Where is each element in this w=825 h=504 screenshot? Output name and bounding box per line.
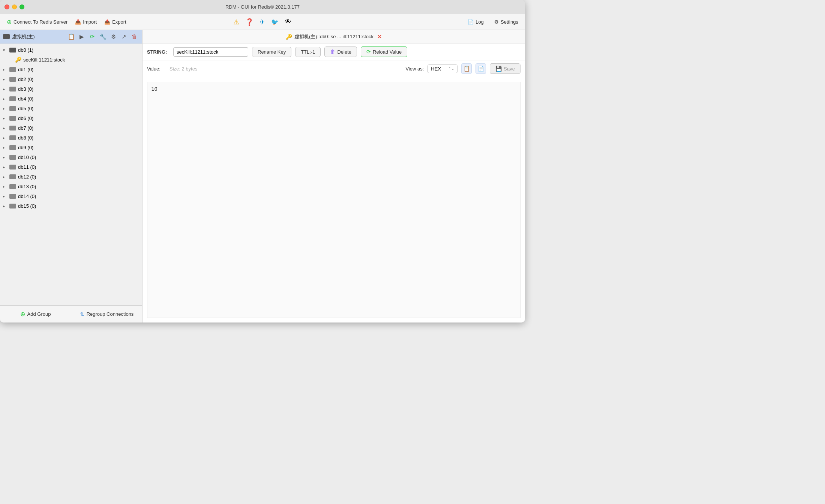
- export-server-button[interactable]: ↗: [119, 32, 129, 42]
- settings-button[interactable]: ⚙ Settings: [491, 18, 521, 26]
- maximize-button[interactable]: [20, 4, 24, 9]
- reload-server-button[interactable]: ⟳: [87, 32, 97, 42]
- telegram-icon[interactable]: ✈: [260, 18, 265, 26]
- value-content-area: 10: [142, 77, 525, 322]
- database-tree: ▾ db0 (1) 🔑 secKill:11211:stock ▸ db1 (0…: [0, 44, 142, 305]
- tree-db2[interactable]: ▸ db2 (0): [0, 74, 142, 84]
- warning-icon[interactable]: ⚠: [233, 18, 239, 26]
- window-title: RDM - GUI for Redis® 2021.3.177: [225, 4, 300, 10]
- view-as-label: View as:: [405, 66, 424, 72]
- key-type-label: STRING:: [147, 49, 170, 55]
- import-button[interactable]: 📥 Import: [72, 18, 100, 26]
- db-icon: [9, 165, 16, 170]
- ttl-button[interactable]: TTL:-1: [295, 47, 321, 57]
- chevron-right-icon: ▸: [3, 155, 8, 159]
- regroup-connections-button[interactable]: ⇅ Regroup Connections: [71, 306, 142, 323]
- chevron-right-icon: ▸: [3, 194, 8, 198]
- content-tab[interactable]: 🔑 虚拟机(主)::db0::se ... ill:11211:stock ✕: [142, 30, 525, 44]
- tree-key-secKill[interactable]: 🔑 secKill:11211:stock: [0, 55, 142, 64]
- close-button[interactable]: [4, 4, 9, 9]
- minimize-button[interactable]: [12, 4, 17, 9]
- log-button[interactable]: 📄 Log: [465, 18, 487, 26]
- db-icon: [9, 204, 16, 208]
- db-icon: [9, 77, 16, 82]
- console-button[interactable]: ▶: [77, 32, 87, 42]
- add-group-button[interactable]: ⊕ Add Group: [0, 306, 71, 323]
- close-tab-button[interactable]: ✕: [377, 34, 382, 40]
- ttl-label: TTL:-1: [301, 49, 315, 55]
- export-button[interactable]: 📤 Export: [101, 18, 129, 26]
- rename-key-button[interactable]: Rename Key: [252, 47, 291, 57]
- filter-button[interactable]: 🔧: [98, 32, 108, 42]
- copy2-button[interactable]: 📄: [476, 63, 486, 74]
- tree-db12[interactable]: ▸ db12 (0): [0, 172, 142, 182]
- db-icon: [9, 174, 16, 179]
- save-button[interactable]: 💾 Save: [490, 63, 520, 74]
- tree-db11[interactable]: ▸ db11 (0): [0, 162, 142, 172]
- help-icon[interactable]: ❓: [245, 18, 254, 26]
- delete-button[interactable]: 🗑 Delete: [324, 46, 357, 57]
- value-editor: STRING: Rename Key TTL:-1 🗑 Delete ⟳ Rel…: [142, 44, 525, 322]
- chevron-right-icon: ▸: [3, 68, 8, 72]
- settings-label: Settings: [501, 19, 518, 25]
- rename-key-label: Rename Key: [258, 49, 286, 55]
- tree-db9[interactable]: ▸ db9 (0): [0, 142, 142, 152]
- tree-db5[interactable]: ▸ db5 (0): [0, 104, 142, 113]
- export-label: Export: [112, 19, 126, 25]
- tree-db1[interactable]: ▸ db1 (0): [0, 64, 142, 74]
- db-icon: [9, 155, 16, 160]
- twitter-icon[interactable]: 🐦: [271, 18, 279, 26]
- value-size: Size: 2 bytes: [170, 66, 197, 72]
- chevron-right-icon: ▸: [3, 97, 8, 101]
- connect-icon: ⊕: [7, 18, 12, 26]
- chevron-right-icon: ▸: [3, 116, 8, 120]
- chevron-right-icon: ▸: [3, 136, 8, 140]
- save-icon: 💾: [495, 66, 502, 72]
- toolbar-center: ⚠ ❓ ✈ 🐦 👁: [177, 18, 348, 26]
- view-as-select[interactable]: HEX ⌃⌄: [428, 64, 458, 73]
- add-group-label: Add Group: [27, 311, 51, 317]
- connect-label: Connect To Redis Server: [14, 19, 68, 25]
- tree-db10[interactable]: ▸ db10 (0): [0, 152, 142, 162]
- import-label: Import: [83, 19, 97, 25]
- chevron-right-icon: ▸: [3, 175, 8, 179]
- db-icon: [9, 126, 16, 130]
- tree-db13[interactable]: ▸ db13 (0): [0, 182, 142, 191]
- db-icon: [9, 116, 16, 121]
- server-settings-button[interactable]: ⚙: [108, 32, 118, 42]
- db-icon: [9, 135, 16, 140]
- tree-db6[interactable]: ▸ db6 (0): [0, 113, 142, 123]
- toolbar-left: ⊕ Connect To Redis Server 📥 Import 📤 Exp…: [4, 17, 175, 27]
- db-icon: [9, 184, 16, 189]
- copy-button[interactable]: 📋: [461, 63, 472, 74]
- reload-label: Reload Value: [373, 49, 402, 55]
- window-controls: [4, 4, 24, 9]
- key-icon: 🔑: [15, 57, 21, 63]
- tree-db7[interactable]: ▸ db7 (0): [0, 123, 142, 133]
- db-icon: [9, 67, 16, 72]
- delete-icon: 🗑: [330, 49, 335, 55]
- github-icon[interactable]: 👁: [285, 18, 291, 26]
- sidebar-footer: ⊕ Add Group ⇅ Regroup Connections: [0, 305, 142, 322]
- tree-db15[interactable]: ▸ db15 (0): [0, 201, 142, 211]
- value-textarea[interactable]: 10: [147, 82, 520, 318]
- tree-db4[interactable]: ▸ db4 (0): [0, 94, 142, 104]
- chevron-right-icon: ▸: [3, 146, 8, 150]
- chevron-right-icon: ▸: [3, 184, 8, 189]
- log-icon: 📄: [468, 19, 474, 25]
- tree-db8[interactable]: ▸ db8 (0): [0, 133, 142, 142]
- connect-button[interactable]: ⊕ Connect To Redis Server: [4, 17, 70, 27]
- key-name-input[interactable]: [173, 47, 248, 57]
- toolbar-right: 📄 Log ⚙ Settings: [350, 18, 521, 26]
- db-icon: [9, 106, 16, 111]
- db-icon: [9, 48, 16, 52]
- tree-db14[interactable]: ▸ db14 (0): [0, 191, 142, 201]
- value-row: Value: Size: 2 bytes View as: HEX ⌃⌄ 📋 📄…: [142, 60, 525, 77]
- add-group-icon: ⊕: [20, 310, 25, 318]
- info-button[interactable]: 📋: [66, 32, 76, 42]
- settings-icon: ⚙: [494, 19, 499, 25]
- tree-db0[interactable]: ▾ db0 (1): [0, 45, 142, 55]
- disconnect-button[interactable]: 🗑: [129, 32, 139, 42]
- tree-db3[interactable]: ▸ db3 (0): [0, 84, 142, 94]
- reload-value-button[interactable]: ⟳ Reload Value: [361, 46, 407, 57]
